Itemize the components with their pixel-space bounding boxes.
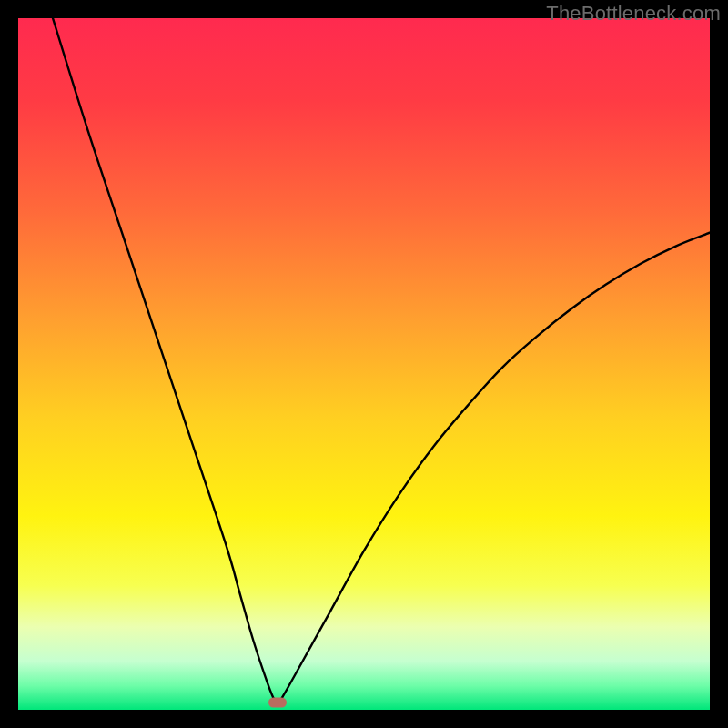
watermark-text: TheBottleneck.com xyxy=(546,2,721,25)
bottleneck-curve xyxy=(18,18,710,710)
minimum-marker xyxy=(268,698,287,708)
plot-area xyxy=(18,18,710,710)
chart-frame: TheBottleneck.com xyxy=(0,0,728,728)
